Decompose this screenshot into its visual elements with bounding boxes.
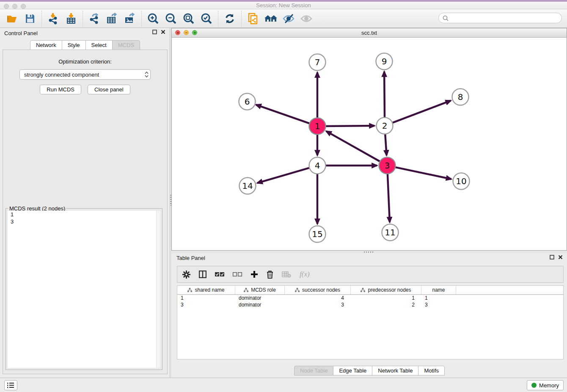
window-close-button[interactable] [4, 4, 9, 9]
graph-node[interactable]: 9 [376, 53, 393, 70]
save-icon[interactable] [21, 11, 39, 27]
column-header[interactable]: successor nodes [285, 286, 351, 294]
graph-node[interactable]: 7 [309, 54, 326, 71]
table-panel: Table Panel f(x) shared name MCDS r [171, 253, 567, 378]
run-mcds-button[interactable]: Run MCDS [40, 85, 81, 94]
hide-eye-icon[interactable] [280, 11, 297, 27]
window-title: Session: New Session [0, 2, 567, 9]
zoom-selected-icon[interactable] [198, 11, 215, 27]
edge-2-8[interactable] [393, 101, 451, 123]
graph-node[interactable]: 6 [239, 94, 256, 110]
mcds-panel: Optimization criterion: strongly connect… [3, 50, 168, 374]
edge-2-3[interactable] [385, 134, 386, 155]
node-table: shared name MCDS role successor nodes pr… [177, 285, 564, 359]
edge-2-9[interactable] [384, 72, 385, 117]
edge-3-11[interactable] [388, 174, 390, 222]
graph-node[interactable]: 4 [309, 157, 326, 174]
export-table-icon[interactable] [103, 11, 121, 27]
memory-button[interactable]: Memory [527, 380, 564, 390]
zoom-fit-icon[interactable] [180, 11, 198, 27]
svg-text:4: 4 [315, 160, 320, 171]
mcds-result-list[interactable]: 1 3 [8, 211, 160, 368]
edge-1-2[interactable] [326, 126, 374, 126]
graph-node[interactable]: 10 [453, 173, 470, 190]
copy-network-icon[interactable] [244, 11, 262, 27]
svg-text:14: 14 [242, 181, 253, 191]
network-view-window: scc.txt [171, 28, 567, 251]
deselect-all-icon[interactable] [233, 272, 242, 277]
toolbar-separator [218, 11, 218, 26]
float-panel-icon[interactable] [550, 255, 554, 259]
tab-style[interactable]: Style [62, 40, 86, 50]
network-close-button[interactable] [175, 30, 180, 35]
columns-icon[interactable] [199, 271, 206, 278]
graph-node-selected[interactable]: 3 [379, 157, 396, 174]
task-history-button[interactable] [4, 380, 17, 390]
gear-icon[interactable] [182, 271, 190, 279]
memory-status-dot [531, 383, 537, 388]
mcds-result-box: MCDS result (2 nodes) 1 3 [6, 208, 162, 370]
zoom-out-icon[interactable] [162, 11, 180, 27]
home-icon[interactable] [262, 11, 280, 27]
graph-node[interactable]: 11 [382, 224, 399, 241]
network-zoom-button[interactable] [192, 30, 197, 35]
sort-tree-icon [295, 288, 300, 292]
tab-node-table[interactable]: Node Table [294, 366, 334, 375]
optimization-criterion-label: Optimization criterion: [3, 58, 167, 65]
column-header[interactable]: MCDS role [235, 286, 285, 294]
float-panel-icon[interactable] [152, 30, 157, 34]
sort-tree-icon [187, 288, 192, 292]
graph-edges [256, 72, 451, 224]
show-eye-icon[interactable] [297, 11, 315, 27]
table-row[interactable]: 1 dominator 4 1 1 [177, 295, 563, 301]
network-canvas[interactable]: 7 9 6 8 1 2 4 3 14 10 15 11 [172, 38, 567, 250]
svg-text:10: 10 [456, 176, 466, 186]
tab-network-table[interactable]: Network Table [372, 366, 418, 375]
export-network-icon[interactable] [85, 11, 103, 27]
sort-tree-icon [361, 288, 365, 292]
delete-row-icon[interactable] [267, 271, 273, 279]
close-panel-icon[interactable] [558, 255, 563, 259]
search-icon [443, 15, 449, 21]
svg-text:3: 3 [385, 160, 390, 171]
column-header[interactable]: shared name [177, 286, 235, 294]
import-table-icon[interactable] [62, 11, 80, 27]
tab-select[interactable]: Select [85, 40, 113, 50]
tab-mcds[interactable]: MCDS [112, 40, 140, 50]
close-panel-icon[interactable] [161, 30, 165, 34]
search-input[interactable] [449, 15, 558, 21]
open-folder-icon[interactable] [3, 11, 21, 27]
zoom-in-icon[interactable] [144, 11, 162, 27]
tab-network[interactable]: Network [30, 40, 62, 50]
network-title: scc.txt [172, 28, 567, 37]
select-all-icon[interactable] [215, 272, 224, 277]
close-panel-button[interactable]: Close panel [88, 85, 130, 94]
export-image-icon[interactable] [121, 11, 139, 27]
refresh-icon[interactable] [221, 11, 239, 27]
search-field[interactable] [438, 13, 562, 23]
column-header[interactable]: predecessor nodes [351, 286, 421, 294]
add-row-icon[interactable] [250, 271, 258, 278]
tab-motifs[interactable]: Motifs [418, 366, 445, 375]
result-scrollbar[interactable] [156, 211, 160, 368]
edge-3-1[interactable] [326, 131, 380, 161]
graph-node-selected[interactable]: 1 [309, 118, 326, 135]
network-minimize-button[interactable] [184, 30, 189, 35]
criterion-select[interactable]: strongly connected component [19, 69, 151, 80]
svg-text:7: 7 [315, 57, 320, 67]
import-network-icon[interactable] [44, 11, 62, 27]
network-window-titlebar[interactable]: scc.txt [172, 28, 567, 38]
tab-edge-table[interactable]: Edge Table [333, 366, 372, 375]
graph-node[interactable]: 2 [377, 118, 393, 134]
table-row[interactable]: 3 dominator 3 2 3 [177, 301, 563, 308]
graph-node[interactable]: 8 [452, 89, 469, 105]
edge-1-6[interactable] [256, 105, 309, 123]
window-minimize-button[interactable] [12, 4, 17, 9]
graph-node[interactable]: 15 [309, 226, 326, 243]
column-header[interactable]: name [421, 286, 456, 294]
window-zoom-button[interactable] [21, 4, 26, 9]
edge-4-14[interactable] [257, 168, 309, 183]
svg-text:11: 11 [385, 227, 395, 237]
edge-3-10[interactable] [396, 167, 451, 179]
graph-node[interactable]: 14 [239, 178, 256, 194]
